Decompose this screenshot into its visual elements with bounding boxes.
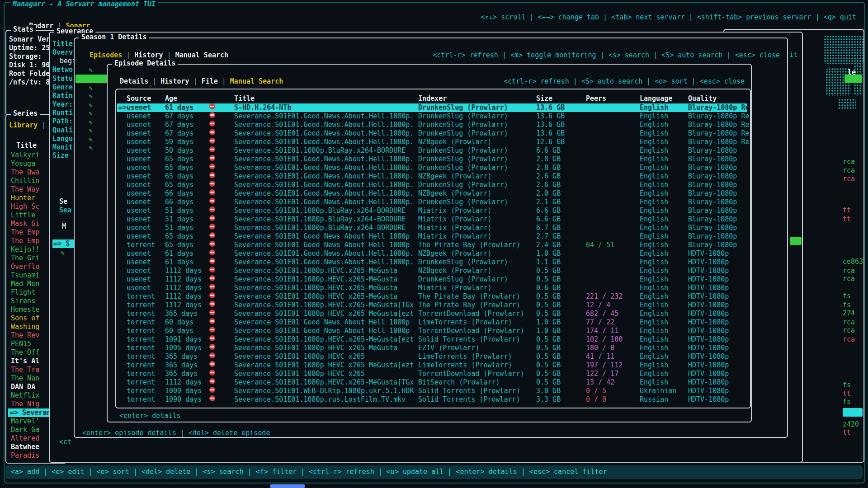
column-header[interactable]: Quality	[688, 94, 717, 103]
series-item[interactable]: Sons of	[11, 314, 39, 323]
release-row[interactable]: usenet67 daysSeverance.S01E01.Good.News.…	[117, 129, 747, 138]
series-item[interactable]: Marvel'	[11, 417, 39, 426]
series-item[interactable]: Homeste	[11, 305, 39, 314]
series-item[interactable]: Chillin	[11, 177, 39, 185]
series-item[interactable]: The Gri	[11, 254, 39, 263]
release-size: 0.5 GB	[536, 335, 561, 344]
release-row[interactable]: usenet67 daysSeverance.S01E01.Good.News.…	[117, 112, 747, 121]
series-item[interactable]: Tsunami	[11, 271, 39, 280]
column-header[interactable]: Language	[640, 94, 672, 103]
release-row[interactable]: torrent365 daysSeverance S01E01 1080p HE…	[117, 310, 747, 318]
release-row[interactable]: torrent1090 daysSeverance.S01E01.1080p.r…	[117, 395, 747, 404]
release-row[interactable]: usenet65 daysSeverance S01E01 Good News …	[117, 232, 747, 241]
series-item[interactable]: Mask Gi	[11, 220, 39, 228]
release-row[interactable]: usenet65 daysSeverance.S01E01.Good.News.…	[117, 164, 747, 172]
release-row[interactable]: usenet51 daysSeverance.S01E01.1080p.BluR…	[117, 206, 747, 215]
episode-tab-file[interactable]: File	[202, 77, 218, 85]
series-item[interactable]: Paradis	[11, 451, 39, 460]
release-row[interactable]: usenet1112 daysSeverance.S01E01.1080p.HE…	[117, 267, 747, 275]
release-language: English	[640, 172, 668, 181]
series-item[interactable]: The Emp	[11, 228, 39, 237]
column-header[interactable]: Age	[165, 94, 177, 103]
release-title: Severance S01E01 1080p HEVC x265 MeGusta	[234, 344, 397, 352]
release-row[interactable]: torrent1009 daysSeverance.S01E01.WEB-DLR…	[117, 387, 747, 395]
release-indexer: DrunkenSlug (Prowlarr)	[418, 164, 508, 172]
release-row[interactable]: usenet51 daysSeverance.S01E01.1080p.BluR…	[117, 215, 747, 224]
release-row[interactable]: torrent60 daysSeverance S01E01 Good News…	[117, 318, 747, 327]
episode-tab-history[interactable]: History	[160, 77, 189, 85]
series-item[interactable]: The Way	[11, 185, 39, 194]
series-item[interactable]: Overflo	[11, 263, 39, 271]
series-item[interactable]: Valkyri	[11, 151, 39, 160]
series-item[interactable]: Keijo!!	[11, 245, 39, 254]
release-row[interactable]: usenet65 daysSeverance.S01E01.Good.News.…	[117, 172, 747, 181]
series-item[interactable]: Altered	[11, 434, 39, 443]
release-row[interactable]: torrent1112 daysSeverance.S01E01.1080p.H…	[117, 378, 747, 387]
series-item[interactable]: The Rev	[11, 331, 39, 340]
release-row[interactable]: usenet67 daysSeverance.S01E01.Good.News.…	[117, 121, 747, 129]
release-row[interactable]: usenet1112 daysSeverance.S01E01.1080p.HE…	[117, 275, 747, 284]
release-row[interactable]: torrent60 daysSeverance S01E01 Good News…	[117, 327, 747, 335]
release-row[interactable]: usenet59 daysSeverance.S01E01.Good.News.…	[117, 138, 747, 146]
series-item[interactable]: Mad Men	[11, 280, 39, 288]
series-item[interactable]: Yosuga	[11, 160, 35, 168]
column-header[interactable]: Size	[536, 94, 552, 103]
release-quality: Bluray-1080p	[688, 224, 737, 232]
rejected-icon	[209, 241, 215, 247]
rejected-icon	[209, 310, 215, 315]
release-row[interactable]: usenet61 daysSeverance.S01E01.Good.News.…	[117, 249, 747, 258]
series-item[interactable]: Little	[11, 211, 35, 220]
tab-separator: |	[189, 77, 202, 85]
series-item[interactable]: The Nig	[11, 400, 39, 408]
series-item[interactable]: PEN15	[11, 340, 31, 348]
column-header[interactable]: Peers	[586, 94, 606, 103]
release-row[interactable]: torrent1091 daysSeverance.S01E01.1080p.H…	[117, 335, 747, 344]
release-row[interactable]: usenet65 daysSeverance.S01E01.Good.News.…	[117, 181, 747, 189]
series-item[interactable]: Dark Ga	[11, 426, 39, 434]
series-item[interactable]: High Sc	[11, 202, 39, 211]
series-item[interactable]: DAN DA	[11, 383, 35, 391]
season-tab-manual-search[interactable]: Manual Search	[175, 51, 228, 59]
release-row[interactable]: usenet66 daysSeverance.S01E01.Good.News.…	[117, 198, 747, 206]
release-title: Severance.S01E01.Good.News.About.Hell.10…	[234, 258, 414, 267]
column-header[interactable]: Title	[234, 94, 255, 103]
series-item[interactable]: The Tra	[11, 366, 39, 374]
release-row[interactable]: =>usenet61 daysS-HD.H.264-NTbDrunkenSlug…	[117, 103, 747, 112]
library-tab-row: Library |	[9, 121, 46, 130]
series-item[interactable]: Washing	[11, 323, 39, 331]
series-item[interactable]: The Off	[11, 348, 39, 357]
release-row[interactable]: torrent365 daysSeverance S01E01 1080p HE…	[117, 352, 747, 361]
series-item[interactable]: Flight	[11, 288, 35, 297]
season-tab-episodes[interactable]: Episodes	[90, 51, 122, 59]
rejected-icon	[209, 370, 215, 375]
release-row[interactable]: usenet51 daysSeverance.S01E01.1080p.BluR…	[117, 224, 747, 232]
release-size: 0.5 GB	[536, 370, 561, 378]
release-size: 3.3 GB	[536, 395, 561, 404]
column-header[interactable]: Source	[127, 94, 151, 103]
series-item[interactable]: It's Al	[11, 357, 39, 366]
episode-tab-details[interactable]: Details	[120, 77, 148, 85]
release-language: English	[640, 267, 668, 275]
tab-library[interactable]: Library	[9, 121, 38, 129]
release-row[interactable]: torrent1112 daysSeverance S01E01 1080p H…	[117, 292, 747, 301]
release-row[interactable]: usenet65 daysSeverance.S01E01.Good.News.…	[117, 155, 747, 164]
series-item[interactable]: The Qwa	[11, 168, 39, 177]
release-row[interactable]: torrent365 daysSeverance S01E01 1080p HE…	[117, 361, 747, 370]
release-row[interactable]: usenet61 daysSeverance.S01E01.Good.News.…	[117, 258, 747, 267]
series-item[interactable]: Hunter	[11, 194, 35, 202]
release-row[interactable]: usenet50 daysSeverance.S01E01.1080p.BluR…	[117, 146, 747, 155]
series-item[interactable]: Netflix	[11, 391, 39, 400]
series-item[interactable]: Sirens	[11, 297, 35, 305]
season-tab-history[interactable]: History	[134, 51, 163, 59]
series-item[interactable]: The Nan	[11, 374, 39, 383]
release-row[interactable]: torrent1095 daysSeverance S01E01 1080p H…	[117, 344, 747, 352]
release-row[interactable]: usenet1112 daysSeverance.S01E01.1080p.HE…	[117, 284, 747, 292]
column-header[interactable]: Indexer	[418, 94, 447, 103]
release-row[interactable]: usenet66 daysSeverance.S01E01.Good.News.…	[117, 189, 747, 198]
release-row[interactable]: torrent65 daysSeverance S01E01 Good News…	[117, 241, 747, 249]
release-row[interactable]: torrent1112 daysSeverance.S01E01.1080p.H…	[117, 301, 747, 310]
release-row[interactable]: torrent365 daysSeverance S01E01 1080p HE…	[117, 370, 747, 378]
series-item[interactable]: Batwhee	[11, 443, 39, 451]
series-item[interactable]: The Emp	[11, 237, 39, 245]
episode-tab-manual-search[interactable]: Manual Search	[230, 77, 283, 85]
